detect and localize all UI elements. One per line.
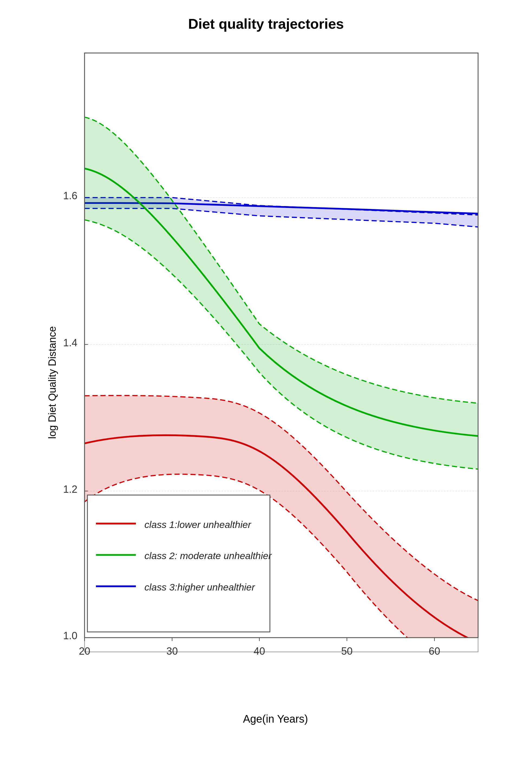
- svg-text:1.0: 1.0: [63, 630, 77, 641]
- svg-text:class 3:higher unhealthier: class 3:higher unhealthier: [144, 582, 255, 593]
- svg-text:50: 50: [341, 646, 352, 657]
- svg-text:1.4: 1.4: [63, 337, 77, 348]
- main-chart-svg: 1.0 1.2 1.4 1.6: [62, 37, 489, 708]
- svg-text:30: 30: [166, 646, 178, 657]
- chart-area: log Diet Quality Distance: [43, 37, 489, 728]
- x-axis-label: Age(in Years): [62, 708, 489, 728]
- y-axis-label: log Diet Quality Distance: [43, 37, 62, 728]
- svg-text:class 2: moderate unhealthier: class 2: moderate unhealthier: [144, 550, 272, 561]
- chart-container: Diet quality trajectories log Diet Quali…: [22, 13, 510, 744]
- svg-text:class 1:lower unhealthier: class 1:lower unhealthier: [144, 519, 251, 530]
- svg-rect-25: [87, 495, 270, 632]
- svg-text:20: 20: [79, 646, 90, 657]
- svg-text:1.2: 1.2: [63, 484, 77, 495]
- chart-title: Diet quality trajectories: [188, 16, 344, 32]
- svg-area: 1.0 1.2 1.4 1.6: [62, 37, 489, 708]
- svg-text:40: 40: [253, 646, 265, 657]
- chart-inner: 1.0 1.2 1.4 1.6: [62, 37, 489, 728]
- svg-text:1.6: 1.6: [63, 190, 77, 201]
- svg-text:60: 60: [429, 646, 440, 657]
